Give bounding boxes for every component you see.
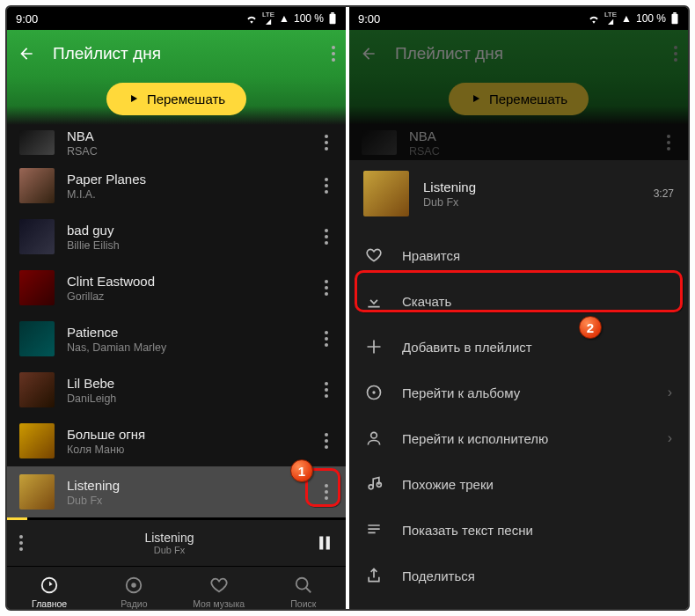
play-icon — [470, 92, 482, 105]
chevron-right-icon: › — [668, 385, 672, 400]
network-lte: LTE◢ — [262, 11, 274, 26]
track-row[interactable]: Lil Bebe DaniLeigh — [7, 364, 346, 415]
track-artist: RSAC — [409, 145, 656, 158]
menu-add-playlist[interactable]: Добавить в плейлист — [349, 324, 688, 370]
network-lte: LTE◢ — [604, 11, 617, 26]
status-bar: 9:00 LTE◢ ▲ 100 % — [349, 7, 688, 30]
plus-icon — [365, 338, 383, 356]
track-row[interactable]: NBA RSAC — [7, 125, 346, 160]
track-title: Больше огня — [67, 427, 314, 442]
track-title: Paper Planes — [67, 172, 314, 187]
track-row[interactable]: Patience Nas, Damian Marley — [7, 313, 346, 364]
header-more-icon[interactable] — [332, 46, 335, 62]
track-more-icon[interactable] — [314, 280, 339, 296]
track-more-icon[interactable] — [314, 229, 339, 245]
svg-point-7 — [296, 577, 308, 589]
callout-badge-1: 1 — [290, 459, 313, 482]
pause-icon[interactable] — [316, 533, 333, 553]
svg-rect-9 — [672, 14, 678, 24]
svg-rect-0 — [330, 14, 336, 24]
track-artist: M.I.A. — [67, 188, 314, 201]
track-row[interactable]: bad guy Billie Eilish — [7, 211, 346, 262]
track-artist: RSAC — [67, 145, 314, 158]
track-title: Lil Bebe — [67, 376, 314, 391]
now-playing-bar[interactable]: Listening Dub Fx — [7, 520, 346, 566]
track-more-icon[interactable] — [314, 178, 339, 194]
signal-icon: ▲ — [279, 12, 289, 25]
track-row[interactable]: Paper Planes M.I.A. — [7, 160, 346, 211]
context-track-artist: Dub Fx — [423, 196, 647, 209]
radio-icon — [124, 576, 143, 595]
album-icon — [365, 384, 383, 401]
back-icon — [360, 45, 377, 62]
battery-text: 100 % — [636, 12, 666, 25]
menu-download[interactable]: Скачать — [349, 278, 688, 324]
nav-label: Поиск — [290, 598, 316, 609]
nav-mymusic[interactable]: Моя музыка — [177, 567, 261, 609]
album-thumb — [362, 130, 397, 155]
track-more-icon[interactable] — [314, 135, 339, 150]
menu-lyrics[interactable]: Показать текст песни — [349, 507, 688, 553]
menu-similar[interactable]: Похожие треки — [349, 461, 688, 507]
menu-dislike[interactable]: Не нравится — [349, 598, 688, 609]
nav-label: Радио — [121, 598, 147, 609]
shuffle-button[interactable]: Перемешать — [106, 83, 246, 115]
album-thumb — [19, 168, 55, 203]
track-row[interactable]: Больше огня Коля Маню — [7, 415, 346, 466]
shuffle-label: Перемешать — [147, 92, 225, 106]
svg-rect-2 — [319, 537, 323, 550]
similar-icon — [365, 475, 383, 493]
menu-label: Поделиться — [402, 568, 475, 583]
callout-badge-2: 2 — [579, 316, 602, 339]
album-thumb — [19, 321, 55, 356]
svg-rect-10 — [673, 12, 677, 14]
menu-to-album[interactable]: Перейти к альбому › — [349, 370, 688, 415]
page-title: Плейлист дня — [395, 44, 674, 63]
menu-label: Перейти к исполнителю — [402, 431, 548, 446]
track-more-icon[interactable] — [314, 433, 339, 449]
track-artist: DaniLeigh — [67, 392, 314, 405]
menu-label: Похожие треки — [402, 477, 494, 492]
wifi-icon — [245, 13, 258, 24]
track-title: bad guy — [67, 223, 314, 238]
nav-radio[interactable]: Радио — [91, 567, 176, 609]
battery-icon — [670, 12, 679, 25]
track-more-icon[interactable] — [314, 484, 339, 500]
heart-icon — [209, 576, 229, 595]
chevron-right-icon: › — [668, 430, 672, 446]
shuffle-row-dimmed: Перемешать — [349, 77, 688, 125]
lyrics-icon — [365, 521, 383, 539]
track-row[interactable]: Clint Eastwood Gorillaz — [7, 262, 346, 313]
svg-rect-3 — [326, 537, 330, 550]
track-more-icon[interactable] — [314, 382, 339, 398]
context-track-duration: 3:27 — [654, 187, 674, 200]
nav-home[interactable]: Главное — [7, 567, 91, 609]
track-list: NBA RSAC Paper Planes M.I.A. bad guy Bil… — [7, 125, 346, 517]
phone-left: 9:00 LTE◢ ▲ 100 % Плейлист дня — [7, 7, 346, 609]
artist-icon — [365, 429, 383, 447]
battery-icon — [328, 12, 337, 25]
header-more-icon — [674, 46, 677, 62]
album-thumb — [19, 130, 55, 155]
svg-point-6 — [132, 583, 137, 588]
track-artist: Nas, Damian Marley — [67, 341, 314, 354]
home-icon — [40, 576, 59, 595]
svg-point-12 — [372, 391, 375, 393]
svg-rect-1 — [331, 12, 334, 14]
progress-bar[interactable] — [7, 517, 346, 520]
menu-label: Показать текст песни — [402, 523, 533, 538]
menu-share[interactable]: Поделиться — [349, 553, 688, 598]
heart-icon — [365, 246, 383, 264]
phone-right: 9:00 LTE◢ ▲ 100 % Плейлист дня Перемешат… — [349, 7, 688, 609]
track-title: NBA — [67, 128, 314, 143]
album-thumb — [19, 372, 55, 407]
bottom-nav: Главное Радио Моя музыка Поиск — [7, 566, 346, 609]
menu-to-artist[interactable]: Перейти к исполнителю › — [349, 415, 688, 461]
svg-point-13 — [371, 432, 377, 438]
album-thumb — [19, 219, 55, 254]
play-icon — [128, 92, 140, 105]
back-icon[interactable] — [18, 45, 35, 62]
menu-like[interactable]: Нравится — [349, 232, 688, 278]
nav-search[interactable]: Поиск — [261, 567, 346, 609]
track-more-icon[interactable] — [314, 331, 339, 347]
